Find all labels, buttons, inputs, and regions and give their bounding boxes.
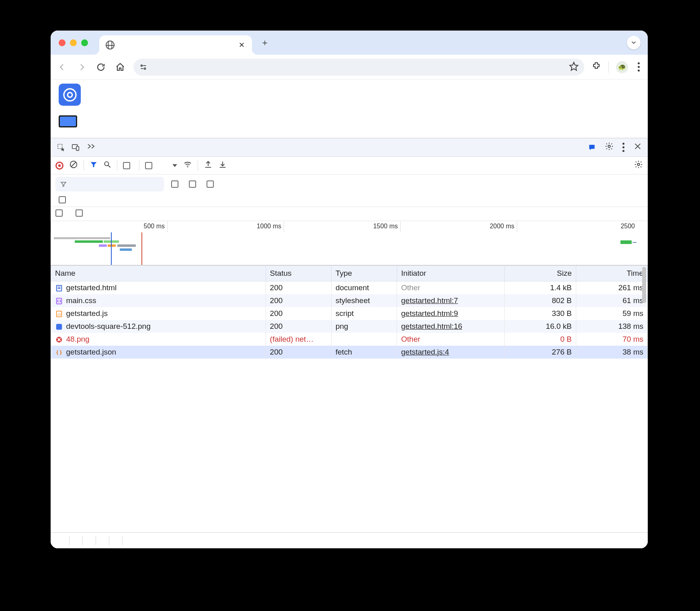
chevron-down-icon [630, 39, 637, 46]
column-time[interactable]: Time [576, 266, 647, 281]
network-settings-button[interactable] [634, 160, 643, 171]
overview-timeline[interactable]: 500 ms1000 ms1500 ms2000 ms2500 [51, 221, 648, 265]
initiator-link[interactable]: getstarted.html:16 [401, 322, 462, 330]
file-type-icon [55, 297, 63, 305]
column-initiator[interactable]: Initiator [397, 266, 504, 281]
settings-button[interactable] [605, 142, 614, 153]
svg-point-5 [64, 89, 76, 101]
file-type-icon [55, 284, 63, 292]
svg-text:JS: JS [57, 313, 61, 316]
request-row[interactable]: devtools-square-512.png200pnggetstarted.… [51, 320, 648, 333]
site-settings-icon[interactable] [139, 63, 148, 72]
svg-rect-9 [76, 146, 79, 150]
network-conditions-button[interactable] [183, 160, 192, 171]
svg-point-0 [141, 65, 143, 66]
request-row[interactable]: getstarted.html200documentOther1.4 kB261… [51, 281, 648, 295]
devtools-menu-button[interactable] [620, 143, 627, 152]
bookmark-button[interactable] [569, 62, 579, 73]
minimize-window-button[interactable] [70, 39, 77, 46]
new-tab-button[interactable]: ＋ [258, 35, 272, 50]
request-row[interactable]: 48.png(failed) net…Other0 B70 ms [51, 333, 648, 346]
devtools-logo-icon [59, 84, 81, 106]
column-status[interactable]: Status [266, 266, 331, 281]
svg-rect-26 [56, 324, 61, 330]
globe-icon [106, 41, 115, 49]
search-button[interactable] [103, 160, 111, 170]
chat-icon [588, 144, 596, 152]
svg-marker-4 [570, 62, 578, 70]
extensions-button[interactable] [592, 62, 601, 73]
page-content [51, 80, 648, 138]
filter-toggle-button[interactable] [90, 160, 98, 170]
close-devtools-button[interactable] [633, 142, 642, 153]
browser-toolbar: 🐢 [51, 55, 648, 80]
request-row[interactable]: main.css200stylesheetgetstarted.html:780… [51, 294, 648, 307]
browser-tab[interactable]: ✕ [99, 35, 252, 55]
svg-point-10 [608, 145, 610, 148]
file-type-icon [55, 349, 63, 357]
column-type[interactable]: Type [331, 266, 397, 281]
hide-data-urls-checkbox[interactable] [189, 180, 199, 188]
timeline-tick: 500 ms [51, 221, 167, 232]
disable-cache-checkbox[interactable] [145, 162, 156, 169]
browser-window: ✕ ＋ 🐢 [51, 31, 648, 548]
throttling-select[interactable] [161, 161, 178, 170]
timeline-tick: 1500 ms [284, 221, 400, 232]
request-row[interactable]: getstarted.json200fetchgetstarted.js:427… [51, 346, 648, 359]
reload-button[interactable] [95, 61, 107, 73]
invert-checkbox[interactable] [171, 180, 182, 188]
third-party-checkbox[interactable] [76, 209, 86, 217]
timeline-tick: 1000 ms [167, 221, 284, 232]
svg-point-18 [187, 167, 188, 168]
filter-row [51, 174, 648, 194]
tab-search-button[interactable] [627, 36, 641, 49]
file-type-icon [55, 336, 63, 344]
svg-line-14 [72, 162, 76, 167]
column-name[interactable]: Name [51, 266, 266, 281]
file-type-icon [55, 323, 63, 331]
titlebar: ✕ ＋ [51, 31, 648, 55]
get-data-button[interactable] [59, 115, 77, 127]
separator [608, 62, 609, 73]
close-tab-button[interactable]: ✕ [237, 41, 246, 49]
initiator-link[interactable]: getstarted.html:9 [401, 309, 458, 318]
svg-point-15 [104, 162, 108, 166]
inspect-element-button[interactable] [54, 143, 68, 152]
window-controls [59, 39, 88, 46]
network-table: NameStatusTypeInitiatorSizeTime getstart… [51, 265, 648, 532]
profile-button[interactable]: 🐢 [616, 61, 628, 73]
timeline-tick: 2000 ms [400, 221, 517, 232]
block-filter-row [51, 207, 648, 221]
menu-button[interactable] [635, 62, 642, 72]
svg-marker-17 [172, 164, 177, 167]
fullscreen-window-button[interactable] [81, 39, 88, 46]
resource-type-filter [51, 194, 648, 207]
issues-button[interactable] [588, 144, 598, 152]
preserve-log-checkbox[interactable] [123, 162, 133, 169]
file-type-icon: JS [55, 310, 63, 318]
initiator-link[interactable]: getstarted.js:4 [401, 348, 449, 356]
vertical-scrollbar[interactable] [641, 265, 647, 532]
devtools-tabs [51, 138, 648, 157]
export-har-button[interactable] [204, 160, 213, 171]
svg-point-19 [637, 163, 640, 166]
hide-extension-urls-checkbox[interactable] [207, 180, 217, 188]
import-har-button[interactable] [218, 160, 227, 171]
back-button[interactable] [56, 61, 68, 73]
home-button[interactable] [114, 61, 126, 73]
blocked-cookies-checkbox[interactable] [59, 196, 69, 203]
more-tabs-button[interactable] [83, 143, 100, 152]
filter-input[interactable] [55, 177, 164, 191]
clear-button[interactable] [69, 160, 78, 171]
forward-button[interactable] [76, 61, 88, 73]
devtools-panel: 500 ms1000 ms1500 ms2000 ms2500 Nam [51, 138, 648, 548]
record-button[interactable] [55, 162, 63, 170]
close-window-button[interactable] [59, 39, 65, 46]
svg-point-2 [144, 68, 146, 69]
request-row[interactable]: JSgetstarted.js200scriptgetstarted.html:… [51, 307, 648, 320]
device-toolbar-button[interactable] [68, 143, 83, 152]
column-size[interactable]: Size [504, 266, 576, 281]
blocked-requests-checkbox[interactable] [55, 209, 66, 217]
address-bar[interactable] [133, 59, 584, 76]
initiator-link[interactable]: getstarted.html:7 [401, 296, 458, 305]
